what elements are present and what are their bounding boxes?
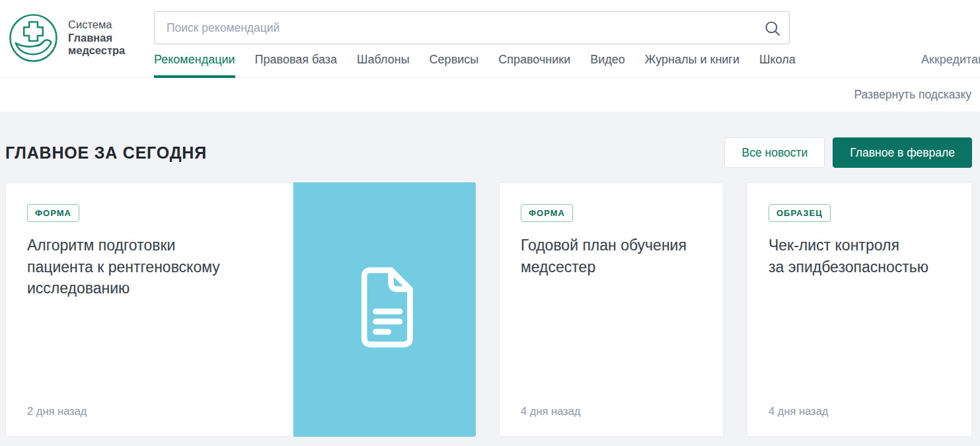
logo-line-2: Главная [68, 32, 125, 45]
section-header-row: ГЛАВНОЕ ЗА СЕГОДНЯ Все новости Главное в… [5, 112, 972, 168]
nav-item-video[interactable]: Видео [590, 53, 625, 78]
document-icon [352, 266, 418, 353]
header: Система Главная медсестра Рекомендации П… [0, 0, 980, 78]
card-date: 4 дня назад [521, 405, 581, 418]
nav-item-journals-books[interactable]: Журналы и книги [645, 53, 739, 78]
news-card[interactable]: ФОРМА Годовой план обучения медсестер 4 … [499, 182, 724, 437]
main-nav: Рекомендации Правовая база Шаблоны Серви… [154, 53, 796, 78]
logo-line-3: медсестра [68, 44, 125, 57]
card-title[interactable]: Чек-лист контроля за эпидбезопасностью [769, 235, 950, 278]
section-buttons: Все новости Главное в феврале [724, 137, 972, 168]
expand-hint-link[interactable]: Развернуть подсказку [854, 88, 971, 102]
card-image [293, 182, 476, 437]
page-title: ГЛАВНОЕ ЗА СЕГОДНЯ [5, 143, 207, 163]
news-card[interactable]: ОБРАЗЕЦ Чек-лист контроля за эпидбезопас… [747, 182, 972, 437]
all-news-button[interactable]: Все новости [724, 137, 825, 168]
nav-item-services[interactable]: Сервисы [430, 53, 479, 78]
nav-item-school[interactable]: Школа [759, 53, 796, 78]
search-input[interactable] [155, 12, 789, 44]
card-date: 2 дня назад [27, 405, 87, 418]
tip-bar: Развернуть подсказку [0, 78, 980, 112]
card-title[interactable]: Годовой план обучения медсестер [521, 235, 702, 278]
nav-item-accreditation[interactable]: Аккредитация [921, 53, 980, 67]
main-content: ГЛАВНОЕ ЗА СЕГОДНЯ Все новости Главное в… [0, 112, 980, 437]
card-badge: ФОРМА [27, 204, 79, 222]
nav-item-legal-base[interactable]: Правовая база [255, 53, 337, 78]
logo-text: Система Главная медсестра [68, 19, 125, 57]
hand-with-cross-icon [9, 13, 58, 63]
nav-item-templates[interactable]: Шаблоны [357, 53, 410, 78]
nav-item-recommendations[interactable]: Рекомендации [154, 53, 235, 78]
card-date: 4 дня назад [769, 405, 829, 418]
news-card[interactable]: ФОРМА Алгоритм подготовки пациента к рен… [5, 182, 476, 437]
card-badge: ОБРАЗЕЦ [769, 204, 831, 222]
logo[interactable]: Система Главная медсестра [9, 13, 125, 63]
search-icon[interactable] [764, 20, 781, 37]
nav-item-directories[interactable]: Справочники [498, 53, 570, 78]
search-bar [154, 11, 790, 44]
month-highlights-button[interactable]: Главное в феврале [833, 137, 972, 168]
news-cards-grid: ФОРМА Алгоритм подготовки пациента к рен… [5, 182, 972, 437]
logo-line-1: Система [68, 19, 125, 32]
card-badge: ФОРМА [521, 204, 573, 222]
